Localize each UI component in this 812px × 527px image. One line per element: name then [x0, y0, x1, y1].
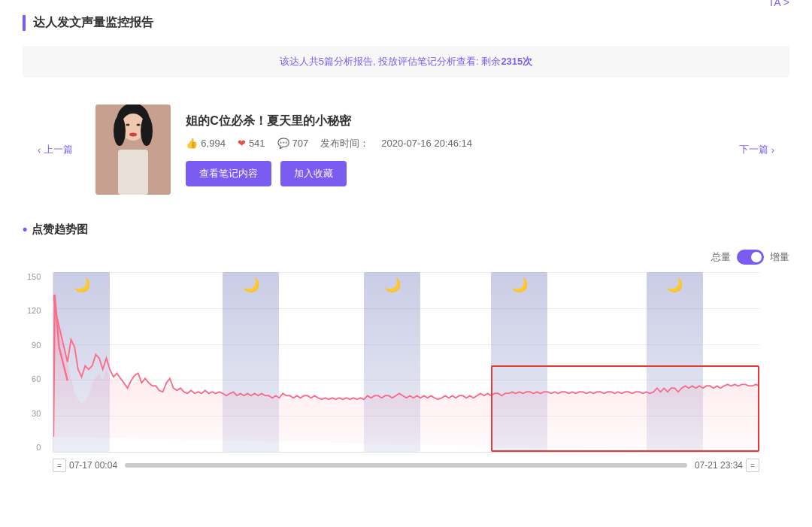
comments-count: 707 — [292, 138, 309, 149]
likes-count: 6,994 — [201, 138, 226, 149]
view-note-button[interactable]: 查看笔记内容 — [186, 161, 271, 186]
toggle-total-label: 总量 — [711, 250, 731, 264]
y-axis: 150 120 90 60 30 0 — [27, 272, 41, 452]
likes-stat: 👍 6,994 — [186, 138, 226, 149]
svg-point-7 — [126, 124, 130, 126]
banner-highlight: 2315次 — [501, 56, 532, 67]
prev-nav[interactable]: ‹ 上一篇 — [30, 143, 80, 156]
timeline-end: 07-21 23:34 = — [695, 459, 759, 472]
post-card: ‹ 上一篇 — [23, 92, 789, 207]
person-illustration — [95, 104, 171, 195]
svg-point-3 — [114, 116, 126, 146]
prev-label: 上一篇 — [44, 143, 73, 156]
y-label-0: 0 — [36, 443, 41, 452]
timeline-end-label: 07-21 23:34 — [695, 460, 743, 471]
publish-label: 发布时间： — [320, 137, 369, 150]
scrollbar-container — [125, 459, 687, 472]
svg-point-6 — [129, 133, 137, 137]
post-title: 姐的C位必杀！夏天里的小秘密 — [186, 114, 731, 129]
info-banner: 该达人共5篇分析报告, 投放评估笔记分析查看: 剩余2315次 — [23, 46, 789, 77]
scrollbar-track[interactable] — [125, 463, 687, 468]
y-label-120: 120 — [27, 306, 41, 315]
post-image — [95, 104, 171, 195]
hearts-stat: ❤ 541 — [238, 138, 265, 149]
next-arrow-icon: › — [771, 144, 774, 156]
timeline-start-label: 07-17 00:04 — [69, 460, 117, 471]
banner-text: 该达人共5篇分析报告, 投放评估笔记分析查看: 剩余 — [280, 56, 501, 67]
publish-time: 2020-07-16 20:46:14 — [381, 138, 472, 149]
toggle-switch[interactable] — [737, 250, 764, 265]
svg-point-4 — [141, 116, 153, 146]
comments-stat: 💬 707 — [277, 138, 309, 149]
post-stats: 👍 6,994 ❤ 541 💬 707 发布时间： 2020-07-16 20:… — [186, 137, 731, 150]
chart-svg — [53, 272, 759, 452]
comment-icon: 💬 — [277, 138, 289, 149]
toggle-increase-label: 增量 — [770, 250, 789, 264]
post-info: 姐的C位必杀！夏天里的小秘密 👍 6,994 ❤ 541 💬 707 发布时间：… — [186, 114, 731, 186]
chart-area: 150 120 90 60 30 0 � — [53, 272, 759, 453]
heart-icon: ❤ — [238, 138, 246, 149]
svg-point-8 — [137, 124, 141, 126]
hearts-count: 541 — [249, 138, 265, 149]
chart-wrapper: 150 120 90 60 30 0 � — [53, 272, 759, 472]
next-nav[interactable]: 下一篇 › — [732, 143, 782, 156]
collect-button[interactable]: 加入收藏 — [280, 161, 347, 186]
scrollbar-thumb[interactable] — [125, 463, 687, 468]
timeline-start: = 07-17 00:04 — [53, 459, 117, 472]
prev-arrow-icon: ‹ — [38, 144, 41, 156]
ta-link[interactable]: TA > — [768, 0, 789, 8]
like-icon: 👍 — [186, 138, 198, 149]
svg-rect-5 — [118, 150, 148, 195]
timeline-end-icon: = — [746, 459, 759, 472]
y-label-30: 30 — [32, 409, 41, 418]
chart-header: 总量 增量 — [23, 250, 789, 265]
chart-section: 点赞趋势图 总量 增量 150 120 90 60 30 0 — [23, 222, 789, 472]
page-title: 达人发文声量监控报告 — [23, 15, 789, 31]
y-label-90: 90 — [32, 341, 41, 350]
page-container: 达人发文声量监控报告 该达人共5篇分析报告, 投放评估笔记分析查看: 剩余231… — [0, 0, 812, 527]
post-actions: 查看笔记内容 加入收藏 — [186, 161, 731, 186]
next-label: 下一篇 — [739, 143, 768, 156]
post-image-inner — [95, 104, 171, 195]
chart-section-title: 点赞趋势图 — [23, 222, 789, 238]
timeline-start-icon: = — [53, 459, 66, 472]
y-label-60: 60 — [32, 374, 41, 383]
y-label-150: 150 — [27, 272, 41, 281]
timeline: = 07-17 00:04 07-21 23:34 = — [53, 459, 759, 472]
